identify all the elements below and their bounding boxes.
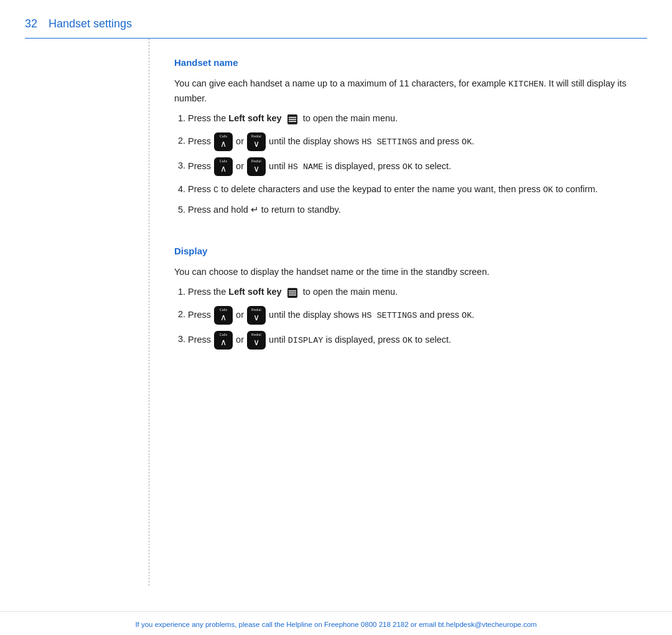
menu-icon-2 (286, 286, 299, 300)
section-title-display: Display (174, 246, 628, 256)
list-item: Press Calls ∧ or Redial ∨ until HS NAME … (188, 157, 628, 176)
up-button-icon: Calls ∧ (214, 132, 233, 151)
footer: If you experience any problems, please c… (0, 611, 672, 635)
list-item: Press Calls ∧ or Redial ∨ until DISPLAY … (188, 331, 628, 350)
list-item: Press the Left soft key to open the main… (188, 111, 628, 126)
handset-name-intro: You can give each handset a name up to a… (174, 76, 628, 105)
down-redial-button-icon: Redial ∨ (247, 132, 266, 151)
content-layout: Handset name You can give each handset a… (0, 39, 672, 586)
up-button-icon-2: Calls ∧ (214, 157, 233, 176)
list-item: Press Calls ∧ or Redial ∨ until the disp… (188, 132, 628, 151)
section-gap (174, 228, 628, 246)
footer-text: If you experience any problems, please c… (135, 621, 536, 628)
right-column: Handset name You can give each handset a… (149, 39, 647, 586)
page-number: 32 (25, 17, 37, 30)
list-item: Press the Left soft key to open the main… (188, 285, 628, 299)
section-handset-name: Handset name You can give each handset a… (174, 57, 628, 217)
header: 32 Handset settings (0, 0, 672, 39)
menu-icon (286, 113, 299, 126)
svg-rect-7 (289, 294, 296, 295)
svg-rect-5 (289, 290, 296, 292)
up-button-icon-3: Calls ∧ (214, 306, 233, 325)
list-item: Press C to delete characters and use the… (188, 182, 628, 197)
svg-rect-6 (289, 292, 296, 294)
down-redial-button-icon-3: Redial ∨ (247, 306, 266, 325)
section-display: Display You can choose to display the ha… (174, 246, 628, 350)
up-button-icon-4: Calls ∧ (214, 331, 233, 350)
list-item: Press Calls ∧ or Redial ∨ until the disp… (188, 306, 628, 325)
section-title-handset-name: Handset name (174, 57, 628, 68)
display-intro: You can choose to display the handset na… (174, 265, 628, 279)
list-item: Press and hold ↵ to return to standby. (188, 203, 628, 216)
left-column (25, 39, 149, 586)
handset-name-steps: Press the Left soft key to open the main… (188, 111, 628, 217)
down-redial-button-icon-4: Redial ∨ (247, 331, 266, 350)
down-redial-button-icon-2: Redial ∨ (247, 157, 266, 176)
display-steps: Press the Left soft key to open the main… (188, 285, 628, 349)
svg-rect-2 (289, 119, 296, 120)
page-title: Handset settings (49, 17, 132, 30)
svg-rect-3 (289, 121, 296, 122)
svg-rect-1 (289, 117, 296, 118)
